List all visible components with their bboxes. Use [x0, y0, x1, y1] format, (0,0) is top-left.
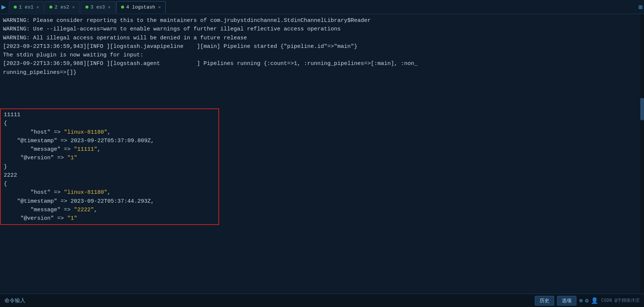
entry1-version-key: "@version": [20, 155, 54, 161]
running-pipelines-line: running_pipelines=>[]}: [3, 68, 641, 77]
entry2-host-key: "host": [30, 189, 51, 196]
entry1-timestamp: "@timestamp" => 2023-09-22T05:37:09.809Z…: [4, 137, 215, 145]
entry1-timestamp-val: 2023-09-22T05:37:09.809Z,: [71, 138, 154, 144]
entry1-open: {: [4, 119, 215, 128]
entry2-message-val: "2222": [74, 207, 94, 213]
tab-label-es2: 2 es2: [55, 4, 69, 10]
tab-label-logstash: 4 logstash: [126, 4, 155, 10]
tab-dot-es1: [14, 6, 17, 9]
tab-close-es1[interactable]: ✕: [36, 4, 39, 10]
entry2-timestamp-key: "@timestamp": [17, 198, 57, 205]
select-button[interactable]: 选项: [557, 296, 576, 306]
entry2-timestamp-val: 2023-09-22T05:37:44.293Z,: [71, 198, 154, 205]
settings-icon: ⚙: [585, 297, 589, 304]
tab-label-es1: 1 es1: [19, 4, 33, 10]
scrollbar-thumb[interactable]: [640, 98, 644, 120]
tab-es2[interactable]: 2 es2 ✕: [45, 1, 79, 13]
entry2-message: "message" => "2222",: [4, 206, 215, 214]
entry2-version-val: "1": [67, 215, 77, 222]
entry2-timestamp: "@timestamp" => 2023-09-22T05:37:44.293Z…: [4, 197, 215, 206]
entry1-host-key: "host": [30, 129, 51, 135]
tab-es3[interactable]: 3 es3 ✕: [81, 1, 116, 13]
entry2-version-key: "@version": [20, 215, 54, 222]
status-bar: 命令输入 历史 选项 ⊕ ⚙ 👤 CSDN @于阔珠洋涩: [0, 294, 644, 307]
entry2-version: "@version" => "1": [4, 214, 215, 223]
entry1-timestamp-key: "@timestamp": [17, 138, 57, 144]
tab-close-es3[interactable]: ✕: [108, 4, 111, 10]
entry2-message-key: "message": [30, 207, 61, 213]
grid-layout-icon[interactable]: ⊞: [638, 3, 643, 11]
history-button[interactable]: 历史: [535, 296, 554, 306]
entry2-open: {: [4, 180, 215, 188]
tab-es1[interactable]: 1 es1 ✕: [9, 1, 44, 13]
entry1-version-val: "1": [67, 155, 77, 161]
stdin-waiting-line: The stdin plugin is now waiting for inpu…: [3, 51, 641, 59]
status-right-group: 历史 选项 ⊕ ⚙ 👤 CSDN @于阔珠洋涩: [535, 296, 640, 306]
entry2-host-val: "linux-81180": [64, 189, 107, 196]
entry1-message-key: "message": [30, 146, 61, 153]
cmd-input-label: 命令输入: [4, 297, 25, 304]
network-icon: ⊕: [579, 297, 583, 304]
entry1-host-val: "linux-81180": [64, 129, 107, 135]
output-box: 11111 { "host" => "linux-81180", "@times…: [0, 108, 219, 225]
tab-bar-icon[interactable]: ▶: [1, 2, 6, 12]
warning-line-2: WARNING: Use --illegal-access=warn to en…: [3, 25, 641, 33]
terminal-area: WARNING: Please consider reporting this …: [0, 14, 644, 294]
entry1-message: "message" => "11111",: [4, 145, 215, 154]
tab-close-logstash[interactable]: ✕: [158, 4, 161, 10]
tab-dot-es3: [85, 6, 88, 9]
warning-line-3: WARNING: All illegal access operations w…: [3, 34, 641, 42]
scrollbar[interactable]: [640, 14, 644, 294]
info-line-pipelines: [2023-09-22T13:36:59,988][INFO ][logstas…: [3, 59, 641, 68]
tab-dot-logstash: [121, 6, 124, 9]
tab-close-es2[interactable]: ✕: [72, 4, 75, 10]
entry1-version: "@version" => "1": [4, 154, 215, 162]
status-icons-group: ⊕ ⚙ 👤: [579, 297, 598, 304]
tab-dot-es2: [49, 6, 52, 9]
entry1-message-val: "11111": [74, 146, 97, 153]
entry1-input: 11111: [4, 111, 215, 119]
warning-line-1: WARNING: Please consider reporting this …: [3, 16, 641, 25]
entry1-host: "host" => "linux-81180",: [4, 128, 215, 137]
entry1-close: }: [4, 163, 215, 171]
info-line-pipeline: [2023-09-22T13:36:59,943][INFO ][logstas…: [3, 42, 641, 51]
user-icon: 👤: [591, 297, 598, 304]
tab-logstash[interactable]: 4 logstash ✕: [116, 1, 166, 13]
tab-label-es3: 3 es3: [91, 4, 105, 10]
watermark-text: CSDN @于阔珠洋涩: [601, 297, 640, 304]
entry2-input: 2222: [4, 171, 215, 180]
tab-bar: ▶ 1 es1 ✕ 2 es2 ✕ 3 es3 ✕ 4 logstash ✕ ⊞: [0, 0, 644, 14]
entry2-host: "host" => "linux-81180",: [4, 188, 215, 197]
